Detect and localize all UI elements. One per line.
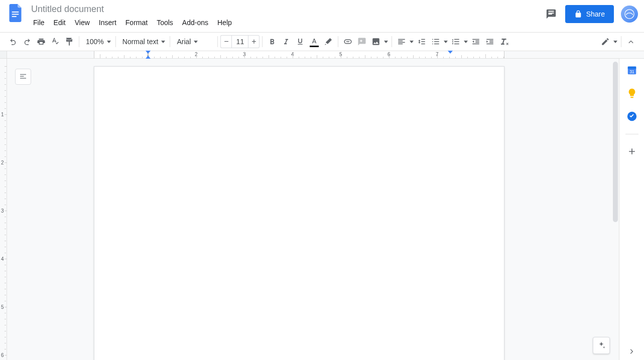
undo-button[interactable] [6, 35, 20, 49]
horizontal-ruler[interactable]: 1234567 [0, 51, 644, 59]
vertical-ruler[interactable]: 123456 [0, 59, 7, 360]
spellcheck-button[interactable] [48, 35, 62, 49]
vruler-tick [5, 295, 6, 295]
menu-format[interactable]: Format [121, 17, 152, 29]
vruler-tick [5, 102, 6, 103]
first-line-indent-marker[interactable] [146, 51, 151, 54]
ruler-tick [142, 57, 143, 58]
svg-text:31: 31 [629, 70, 634, 74]
font-size-input[interactable] [231, 35, 248, 48]
insert-link-button[interactable] [341, 35, 355, 49]
vruler-tick [5, 78, 6, 79]
editing-mode-dropdown-arrow[interactable] [612, 35, 618, 49]
explore-button[interactable] [593, 337, 610, 354]
menu-insert[interactable]: Insert [95, 17, 120, 29]
bulleted-list-button[interactable] [449, 35, 469, 49]
share-label: Share [586, 10, 605, 18]
ruler-tick [401, 57, 402, 58]
document-title[interactable]: Untitled document [29, 3, 544, 16]
image-dropdown-arrow[interactable] [383, 35, 389, 49]
scrollbar-thumb[interactable] [613, 62, 618, 222]
ruler-tick [347, 57, 347, 58]
document-canvas[interactable] [7, 59, 619, 360]
print-button[interactable] [34, 35, 48, 49]
ruler-tick [190, 57, 191, 58]
ruler-tick [425, 57, 426, 58]
ruler-tick [166, 57, 167, 58]
vruler-tick [5, 337, 6, 337]
editing-mode-button[interactable] [598, 35, 618, 49]
bulleted-list-dropdown-arrow[interactable] [463, 35, 469, 49]
add-comment-button[interactable] [355, 35, 369, 49]
align-button[interactable] [395, 35, 415, 49]
chevron-down-icon [464, 41, 468, 43]
menu-addons[interactable]: Add-ons [178, 17, 212, 29]
tasks-addon[interactable] [626, 111, 637, 122]
italic-icon [282, 38, 290, 46]
vertical-scrollbar[interactable] [613, 59, 618, 360]
font-size-decrease[interactable]: − [220, 35, 231, 48]
chevron-down-icon [384, 41, 388, 43]
zoom-dropdown[interactable]: 100% [82, 35, 113, 49]
chevron-right-icon [628, 348, 635, 355]
hide-sidepanel-button[interactable] [628, 348, 635, 355]
toolbar-separator [79, 36, 79, 47]
font-size-control: − + [220, 35, 260, 48]
document-page[interactable] [94, 66, 504, 360]
vruler-tick [5, 253, 6, 253]
print-icon [37, 37, 46, 46]
font-size-increase[interactable]: + [248, 35, 260, 48]
underline-button[interactable] [293, 35, 307, 49]
numbered-list-dropdown-arrow[interactable] [443, 35, 449, 49]
bold-button[interactable] [265, 35, 279, 49]
ruler-tick [208, 57, 209, 58]
chevron-down-icon [107, 41, 111, 43]
ruler-tick [106, 57, 106, 58]
ruler-tick [485, 54, 486, 58]
ruler-body[interactable]: 1234567 [7, 51, 644, 58]
chevron-down-icon [161, 41, 165, 43]
calendar-addon[interactable]: 31 [626, 65, 637, 76]
menu-help[interactable]: Help [213, 17, 236, 29]
italic-button[interactable] [279, 35, 293, 49]
text-color-icon [310, 38, 318, 46]
text-color-swatch [310, 46, 319, 47]
menu-tools[interactable]: Tools [153, 17, 177, 29]
numbered-list-button[interactable] [429, 35, 449, 49]
menu-edit[interactable]: Edit [50, 17, 70, 29]
paint-format-button[interactable] [62, 35, 76, 49]
get-addons-button[interactable] [627, 146, 637, 156]
ruler-tick [238, 57, 239, 58]
vruler-number: 1 [1, 112, 4, 117]
menu-view[interactable]: View [71, 17, 94, 29]
ruler-tick [269, 55, 269, 58]
vruler-tick [5, 277, 6, 277]
ruler-tick [407, 57, 408, 58]
show-outline-button[interactable] [15, 69, 31, 85]
insert-image-button[interactable] [369, 35, 389, 49]
highlight-color-button[interactable] [321, 35, 335, 49]
text-color-button[interactable] [307, 35, 321, 49]
ruler-tick [220, 55, 221, 58]
plus-icon [627, 146, 637, 156]
increase-indent-button[interactable] [483, 35, 497, 49]
hide-menus-button[interactable] [624, 35, 638, 49]
docs-logo[interactable] [6, 3, 26, 23]
align-dropdown-arrow[interactable] [409, 35, 415, 49]
font-family-dropdown[interactable]: Arial [173, 35, 215, 49]
menu-file[interactable]: File [29, 17, 49, 29]
line-spacing-button[interactable] [415, 35, 429, 49]
paragraph-style-dropdown[interactable]: Normal text [118, 35, 168, 49]
comments-button[interactable] [544, 7, 558, 21]
clear-formatting-button[interactable] [497, 35, 511, 49]
share-button[interactable]: Share [565, 5, 614, 23]
redo-button[interactable] [20, 35, 34, 49]
vruler-number: 2 [1, 160, 4, 165]
ruler-tick [281, 57, 281, 58]
decrease-indent-button[interactable] [469, 35, 483, 49]
right-indent-marker[interactable] [448, 51, 453, 54]
keep-addon[interactable] [626, 88, 637, 99]
menubar: File Edit View Insert Format Tools Add-o… [29, 17, 544, 29]
ruler-tick [202, 57, 203, 58]
account-avatar[interactable] [621, 6, 638, 23]
